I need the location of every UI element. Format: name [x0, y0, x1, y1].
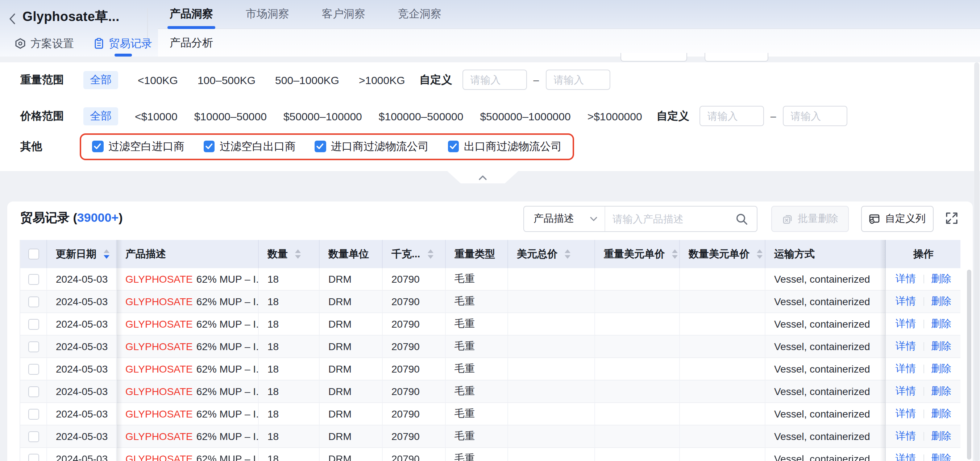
cell-product-desc: GLYPHOSATE 62% MUP – I...: [117, 448, 259, 461]
tab-market-insight[interactable]: 市场洞察: [246, 7, 289, 21]
header-quantity[interactable]: 数量: [259, 240, 320, 268]
price-option-100000-500000[interactable]: $100000–500000: [379, 110, 463, 122]
search-field-select[interactable]: 产品描述: [524, 207, 605, 231]
price-option-all[interactable]: 全部: [83, 107, 118, 125]
price-option-lt10000[interactable]: <$10000: [135, 110, 178, 122]
weight-option-gt1000[interactable]: >1000KG: [359, 73, 405, 86]
sort-icons: [427, 250, 433, 259]
checkbox-checked-icon: [315, 141, 326, 152]
detail-link[interactable]: 详情: [896, 385, 916, 398]
product-keyword: GLYPHOSATE: [126, 273, 193, 285]
checkbox-label: 进口商过滤物流公司: [331, 140, 429, 153]
page-scrollbar[interactable]: [974, 62, 979, 461]
cell-transport-mode: Vessel, containerized: [765, 313, 886, 335]
back-button[interactable]: [9, 12, 19, 25]
row-checkbox[interactable]: [28, 296, 39, 307]
delete-link[interactable]: 删除: [931, 452, 951, 461]
row-checkbox[interactable]: [28, 364, 39, 374]
header-usd-per-quantity[interactable]: 数量美元单价: [680, 240, 765, 268]
row-checkbox[interactable]: [28, 386, 39, 397]
header-update-date[interactable]: 更新日期: [47, 240, 117, 268]
detail-link[interactable]: 详情: [896, 407, 916, 420]
detail-link[interactable]: 详情: [896, 295, 916, 308]
cell-update-date: 2024-05-03: [47, 380, 117, 402]
checkbox-exporter-filter-logistics[interactable]: 出口商过滤物流公司: [448, 140, 562, 153]
checkbox-filter-blank-exporter[interactable]: 过滤空白出口商: [203, 140, 296, 153]
delete-link[interactable]: 删除: [931, 273, 951, 286]
weight-option-all[interactable]: 全部: [83, 71, 118, 89]
price-option-gt1000000[interactable]: >$1000000: [587, 110, 642, 122]
delete-link[interactable]: 删除: [931, 430, 951, 443]
price-option-50000-100000[interactable]: $50000–100000: [283, 110, 362, 122]
price-max-input[interactable]: [783, 106, 847, 126]
header-kilograms[interactable]: 千克...: [383, 240, 446, 268]
tab-product-analysis[interactable]: 产品分析: [170, 36, 213, 50]
checkbox-label: 过滤空白进口商: [108, 140, 185, 153]
detail-link[interactable]: 详情: [896, 452, 916, 461]
row-checkbox[interactable]: [28, 273, 39, 285]
subnav-scheme-settings[interactable]: 方案设置: [14, 37, 74, 50]
app-header: Glyphosate草... 产品洞察 市场洞察 客户洞察 竞企洞察 产品分析 …: [0, 0, 980, 57]
clipped-input-field-1[interactable]: [620, 53, 687, 62]
delete-link[interactable]: 删除: [931, 340, 951, 353]
tab-competitor-insight[interactable]: 竞企洞察: [398, 7, 441, 21]
weight-option-100-500[interactable]: 100–500KG: [197, 73, 256, 86]
row-checkbox[interactable]: [28, 453, 39, 461]
fullscreen-expand-button[interactable]: [945, 211, 958, 225]
price-option-500000-1000000[interactable]: $500000–1000000: [480, 110, 570, 122]
header-usd-total[interactable]: 美元总价: [508, 240, 595, 268]
trade-records-card: 贸易记录 (39000+) 产品描述 批量删除: [7, 202, 973, 461]
cell-usd-per-quantity: [680, 268, 765, 290]
weight-option-500-1000[interactable]: 500–1000KG: [275, 73, 339, 86]
cell-quantity: 18: [259, 380, 320, 402]
detail-link[interactable]: 详情: [896, 362, 916, 375]
delete-link[interactable]: 删除: [931, 407, 951, 420]
row-checkbox[interactable]: [28, 341, 39, 352]
row-checkbox-cell: [20, 403, 47, 425]
detail-link[interactable]: 详情: [896, 340, 916, 353]
tab-product-insight[interactable]: 产品洞察: [170, 7, 213, 21]
product-keyword: GLYPHOSATE: [126, 318, 193, 330]
sort-icons: [295, 250, 301, 259]
table-scrollbar[interactable]: [967, 270, 971, 459]
checkbox-filter-blank-importer[interactable]: 过滤空白进口商: [92, 140, 185, 153]
cell-quantity: 18: [259, 403, 320, 425]
search-button[interactable]: [736, 213, 757, 225]
cell-product-desc: GLYPHOSATE 62% MUP – I...: [117, 268, 259, 290]
cell-product-desc: GLYPHOSATE 62% MUP – I...: [117, 335, 259, 357]
price-min-input[interactable]: [700, 106, 764, 126]
batch-delete-button[interactable]: 批量删除: [771, 206, 849, 232]
detail-link[interactable]: 详情: [896, 430, 916, 443]
weight-max-input[interactable]: [546, 70, 610, 90]
collapse-filters-button[interactable]: [447, 171, 518, 183]
select-all-checkbox[interactable]: [28, 249, 39, 259]
delete-link[interactable]: 删除: [931, 295, 951, 308]
page-title: Glyphosate草...: [22, 8, 119, 25]
clipped-input-field-2[interactable]: [705, 53, 768, 62]
header-usd-per-weight[interactable]: 重量美元单价: [595, 240, 680, 268]
delete-link[interactable]: 删除: [931, 318, 951, 331]
checkbox-importer-filter-logistics[interactable]: 进口商过滤物流公司: [315, 140, 429, 153]
subnav-trade-records[interactable]: 贸易记录: [94, 37, 152, 50]
price-option-10000-50000[interactable]: $10000–50000: [194, 110, 267, 122]
cell-usd-per-weight: [595, 358, 680, 380]
cell-kilograms: 20790: [383, 380, 446, 402]
row-checkbox[interactable]: [28, 431, 39, 442]
weight-min-input[interactable]: [463, 70, 527, 90]
tab-customer-insight[interactable]: 客户洞察: [322, 7, 365, 21]
weight-option-lt100[interactable]: <100KG: [138, 73, 178, 86]
cell-quantity-unit: DRM: [320, 268, 383, 290]
cell-usd-per-quantity: [680, 358, 765, 380]
detail-link[interactable]: 详情: [896, 273, 916, 286]
row-checkbox[interactable]: [28, 409, 39, 419]
search-input[interactable]: [605, 213, 736, 225]
row-checkbox-cell: [20, 268, 47, 290]
cell-quantity-unit: DRM: [320, 448, 383, 461]
delete-link[interactable]: 删除: [931, 385, 951, 398]
detail-link[interactable]: 详情: [896, 318, 916, 331]
custom-columns-button[interactable]: 自定义列: [861, 206, 934, 232]
row-checkbox[interactable]: [28, 319, 39, 329]
cell-quantity-unit: DRM: [320, 313, 383, 335]
delete-link[interactable]: 删除: [931, 362, 951, 375]
price-custom-label: 自定义: [657, 109, 689, 123]
